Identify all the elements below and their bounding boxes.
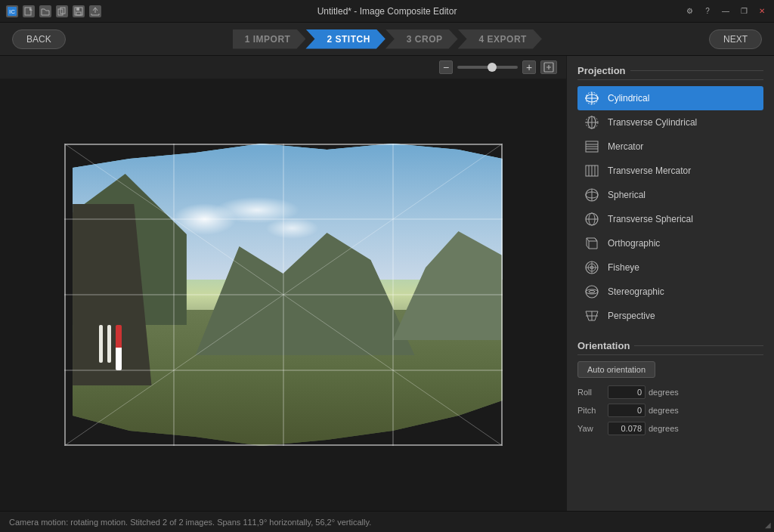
projection-item-fisheye[interactable]: Fisheye [577, 255, 763, 280]
statusbar-text: Camera motion: rotating motion. Stitched… [9, 518, 371, 527]
step-stitch-text: STITCH [335, 34, 370, 45]
orientation-title-label: Orientation [577, 340, 630, 351]
step-crop-label: 3 [407, 34, 412, 45]
panorama-container [64, 121, 503, 476]
projection-item-mercator[interactable]: Mercator [577, 135, 763, 159]
yaw-unit: degrees [649, 424, 679, 433]
post-1 [99, 325, 103, 363]
window-controls: ⚙ ? — ❐ ✕ [683, 5, 768, 17]
projection-item-stereographic[interactable]: Stereographic [577, 280, 763, 304]
projection-item-spherical[interactable]: Spherical [577, 183, 763, 207]
svg-point-49 [586, 286, 598, 298]
roll-label: Roll [577, 388, 605, 397]
step-crop[interactable]: 3 CROP [385, 29, 458, 49]
export-icon[interactable] [89, 5, 101, 17]
projection-divider [630, 70, 763, 71]
pitch-label: Pitch [577, 406, 605, 415]
step-export[interactable]: 4 EXPORT [458, 29, 542, 49]
step-stitch-label: 2 [327, 34, 332, 45]
cylindrical-label: Cylindrical [608, 93, 649, 104]
step-export-text: EXPORT [488, 34, 527, 45]
svg-text:IC: IC [9, 8, 15, 15]
orthographic-label: Orthographic [608, 238, 660, 249]
step-import-label: 1 [245, 34, 250, 45]
new-file-icon[interactable] [23, 5, 35, 17]
svg-point-51 [589, 291, 595, 293]
svg-rect-7 [76, 12, 81, 15]
step-stitch[interactable]: 2 STITCH [305, 29, 385, 49]
step-export-label: 4 [479, 34, 485, 45]
svg-rect-6 [76, 8, 79, 11]
transverse-spherical-label: Transverse Spherical [608, 214, 693, 224]
help-button[interactable]: ? [701, 5, 714, 17]
projection-item-transverse-cylindrical[interactable]: Transverse Cylindrical [577, 110, 763, 135]
main-content: − + [0, 56, 774, 511]
roll-input[interactable] [608, 385, 646, 399]
pitch-row: Pitch degrees [577, 404, 763, 417]
projection-list: Cylindrical Transverse Cylindrical [577, 86, 763, 328]
mercator-label: Mercator [608, 141, 643, 152]
projection-title-label: Projection [577, 65, 626, 76]
pitch-input[interactable] [608, 404, 646, 417]
roll-row: Roll degrees [577, 385, 763, 399]
stereographic-label: Stereographic [608, 286, 664, 297]
navbar: BACK 1 IMPORT 2 STITCH 3 CROP 4 EXPORT N… [0, 23, 774, 56]
title-bar: IC Untitled* - Image Composite Editor ⚙ … [0, 0, 774, 23]
transverse-cylindrical-label: Transverse Cylindrical [608, 117, 697, 128]
spherical-label: Spherical [608, 190, 646, 200]
titlebar-left: IC [6, 5, 101, 17]
step-import[interactable]: 1 IMPORT [233, 29, 306, 49]
pitch-unit: degrees [649, 406, 679, 415]
roll-unit: degrees [649, 388, 679, 397]
window-title: Untitled* - Image Composite Editor [317, 6, 457, 17]
zoom-slider[interactable] [457, 66, 518, 69]
steps: 1 IMPORT 2 STITCH 3 CROP 4 EXPORT [233, 29, 542, 49]
svg-line-41 [595, 238, 597, 241]
fisheye-label: Fisheye [608, 262, 639, 273]
perspective-label: Perspective [608, 311, 655, 321]
yaw-row: Yaw degrees [577, 422, 763, 435]
panorama-image [64, 144, 503, 446]
spherical-icon [584, 187, 600, 203]
transverse-spherical-icon [584, 211, 600, 227]
statusbar: Camera motion: rotating motion. Stitched… [0, 511, 774, 532]
auto-orientation-button[interactable]: Auto orientation [577, 361, 655, 378]
save-icon[interactable] [73, 5, 85, 17]
settings-button[interactable]: ⚙ [683, 5, 695, 17]
fisheye-icon [584, 259, 600, 276]
post-red [116, 325, 122, 370]
open-icon[interactable] [39, 5, 51, 17]
projection-section-title: Projection [577, 65, 763, 80]
restore-button[interactable]: ❐ [738, 5, 750, 17]
perspective-icon [584, 308, 600, 324]
minimize-button[interactable]: — [720, 5, 732, 17]
zoom-out-button[interactable]: − [439, 60, 453, 74]
zoom-in-button[interactable]: + [522, 60, 536, 74]
svg-point-50 [586, 289, 598, 294]
new-composite-icon[interactable] [56, 5, 68, 17]
right-panel: Projection Cylindrical [566, 56, 774, 511]
fit-button[interactable] [540, 60, 557, 74]
projection-item-perspective[interactable]: Perspective [577, 304, 763, 328]
projection-item-transverse-spherical[interactable]: Transverse Spherical [577, 207, 763, 231]
orientation-section: Orientation Auto orientation Roll degree… [577, 340, 763, 435]
yaw-label: Yaw [577, 424, 605, 433]
step-import-text: IMPORT [253, 34, 291, 45]
projection-item-orthographic[interactable]: Orthographic [577, 231, 763, 255]
canvas-viewport[interactable] [0, 79, 566, 511]
mercator-icon [584, 138, 600, 155]
back-button[interactable]: BACK [12, 29, 66, 49]
zoom-bar: − + [0, 56, 566, 79]
stereographic-icon [584, 283, 600, 300]
zoom-slider-handle[interactable] [488, 63, 497, 72]
yaw-input[interactable] [608, 422, 646, 435]
projection-item-transverse-mercator[interactable]: Transverse Mercator [577, 159, 763, 183]
resize-handle[interactable]: ◢ [765, 521, 771, 529]
orientation-section-title: Orientation [577, 340, 763, 355]
transverse-mercator-label: Transverse Mercator [608, 165, 691, 176]
transverse-mercator-icon [584, 162, 600, 179]
next-button[interactable]: NEXT [709, 29, 762, 49]
canvas-area: − + [0, 56, 566, 511]
close-button[interactable]: ✕ [756, 5, 768, 17]
projection-item-cylindrical[interactable]: Cylindrical [577, 86, 763, 110]
